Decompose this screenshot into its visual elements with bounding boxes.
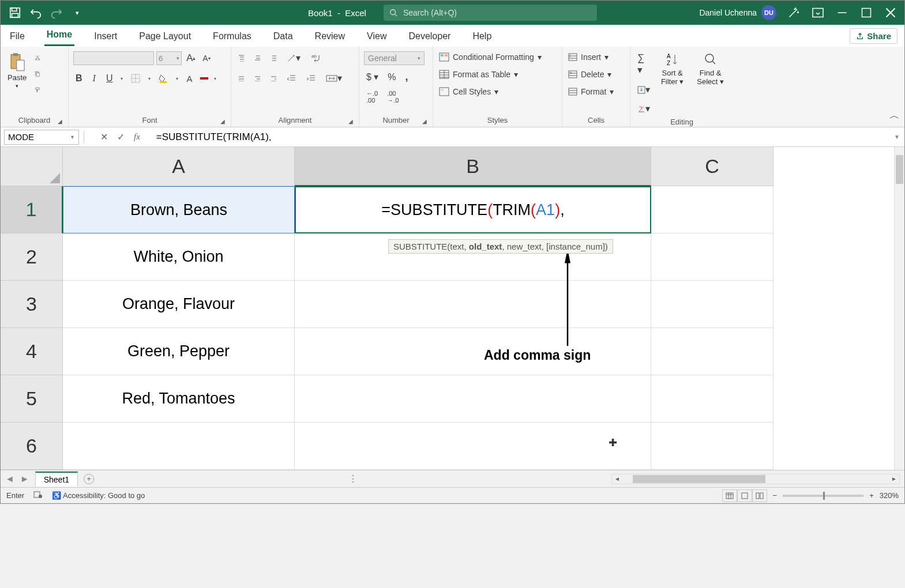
cell-B6[interactable] bbox=[295, 423, 651, 470]
align-center-icon[interactable] bbox=[252, 74, 262, 82]
cell-B3[interactable] bbox=[295, 281, 651, 328]
page-break-view-icon[interactable] bbox=[752, 489, 767, 502]
cell-A1[interactable]: Brown, Beans bbox=[63, 186, 295, 233]
normal-view-icon[interactable] bbox=[722, 489, 737, 502]
bold-icon[interactable]: B bbox=[73, 72, 85, 85]
cell-B4[interactable] bbox=[295, 328, 651, 375]
share-button[interactable]: Share bbox=[850, 28, 898, 44]
row-header-4[interactable]: 4 bbox=[1, 328, 63, 375]
select-all-corner[interactable] bbox=[1, 147, 63, 186]
zoom-slider[interactable] bbox=[783, 495, 863, 497]
horizontal-scrollbar[interactable]: ◄► bbox=[611, 474, 900, 484]
number-launcher[interactable]: ◢ bbox=[422, 118, 427, 125]
wrap-text-icon[interactable]: ab bbox=[309, 52, 325, 65]
user-account[interactable]: Daniel Uchenna DU bbox=[699, 5, 776, 20]
tab-data[interactable]: Data bbox=[271, 27, 295, 46]
decrease-font-icon[interactable]: A▾ bbox=[200, 52, 212, 64]
close-icon[interactable] bbox=[884, 6, 898, 20]
tab-view[interactable]: View bbox=[365, 27, 389, 46]
minimize-icon[interactable] bbox=[835, 6, 849, 20]
tab-developer[interactable]: Developer bbox=[406, 27, 453, 46]
cell-C3[interactable] bbox=[651, 281, 773, 328]
italic-icon[interactable]: I bbox=[91, 72, 98, 85]
tab-formulas[interactable]: Formulas bbox=[211, 27, 254, 46]
cell-C6[interactable] bbox=[651, 423, 773, 470]
confirm-formula-icon[interactable]: ✓ bbox=[117, 131, 125, 142]
merge-icon[interactable]: ▾ bbox=[324, 71, 344, 85]
percent-icon[interactable]: % bbox=[385, 71, 398, 84]
macro-record-icon[interactable] bbox=[33, 491, 43, 500]
zoom-out-icon[interactable]: − bbox=[773, 491, 778, 500]
paste-button[interactable]: Paste ▾ bbox=[5, 51, 29, 90]
row-header-6[interactable]: 6 bbox=[1, 423, 63, 470]
collapse-ribbon-icon[interactable]: ︿ bbox=[885, 104, 904, 127]
clear-icon[interactable]: ▾ bbox=[635, 102, 652, 115]
align-middle-icon[interactable] bbox=[252, 54, 262, 63]
cell-C5[interactable] bbox=[651, 375, 773, 423]
fx-icon[interactable]: fx bbox=[134, 132, 140, 142]
row-header-1[interactable]: 1 bbox=[1, 186, 63, 233]
col-header-B[interactable]: B bbox=[295, 147, 651, 186]
cut-icon[interactable] bbox=[32, 52, 43, 63]
maximize-icon[interactable] bbox=[859, 6, 873, 20]
redo-icon[interactable] bbox=[50, 6, 63, 19]
insert-cells-button[interactable]: Insert ▾ bbox=[567, 51, 615, 63]
alignment-launcher[interactable]: ◢ bbox=[348, 118, 353, 125]
align-left-icon[interactable] bbox=[236, 74, 246, 82]
conditional-formatting-button[interactable]: Conditional Formatting ▾ bbox=[438, 51, 543, 63]
cell-A2[interactable]: White, Onion bbox=[63, 233, 295, 281]
page-layout-view-icon[interactable] bbox=[737, 489, 752, 502]
magic-icon[interactable] bbox=[787, 6, 801, 20]
cell-styles-button[interactable]: Cell Styles ▾ bbox=[438, 86, 543, 97]
formula-input[interactable]: =SUBSTITUTE(TRIM(A1), bbox=[152, 131, 889, 143]
fill-icon[interactable]: ▾ bbox=[635, 83, 652, 96]
font-color-icon[interactable]: A bbox=[184, 73, 194, 85]
tab-page-layout[interactable]: Page Layout bbox=[137, 27, 193, 46]
tab-review[interactable]: Review bbox=[313, 27, 347, 46]
currency-icon[interactable]: $ ▾ bbox=[364, 70, 381, 84]
font-launcher[interactable]: ◢ bbox=[220, 118, 225, 125]
number-format-select[interactable]: General▾ bbox=[364, 51, 425, 65]
sheet-nav-prev-icon[interactable]: ◄ bbox=[5, 474, 14, 484]
row-header-5[interactable]: 5 bbox=[1, 375, 63, 423]
font-size-select[interactable]: 6▾ bbox=[156, 51, 182, 65]
cell-A6[interactable] bbox=[63, 423, 295, 470]
cell-grid[interactable]: ABC 123456 Brown, BeansWhite, OnionOrang… bbox=[1, 147, 904, 470]
align-right-icon[interactable] bbox=[268, 74, 279, 82]
cell-C4[interactable] bbox=[651, 328, 773, 375]
comma-icon[interactable]: , bbox=[403, 70, 411, 84]
tab-home[interactable]: Home bbox=[44, 25, 74, 46]
expand-formula-bar-icon[interactable]: ▼ bbox=[889, 134, 904, 140]
orientation-icon[interactable]: ▾ bbox=[284, 51, 303, 65]
increase-indent-icon[interactable] bbox=[304, 73, 318, 84]
fill-color-icon[interactable] bbox=[156, 73, 170, 84]
underline-icon[interactable]: U bbox=[104, 72, 115, 85]
align-bottom-icon[interactable] bbox=[268, 54, 279, 63]
cell-A4[interactable]: Green, Pepper bbox=[63, 328, 295, 375]
increase-decimal-icon[interactable]: ←.0.00 bbox=[364, 89, 380, 105]
col-header-C[interactable]: C bbox=[651, 147, 773, 186]
qat-more-icon[interactable]: ▾ bbox=[71, 6, 84, 19]
save-icon[interactable] bbox=[9, 6, 21, 19]
cell-C1[interactable] bbox=[651, 186, 773, 233]
row-header-3[interactable]: 3 bbox=[1, 281, 63, 328]
cancel-formula-icon[interactable]: ✕ bbox=[100, 131, 108, 142]
sheet-nav-next-icon[interactable]: ► bbox=[20, 474, 29, 484]
clipboard-launcher[interactable]: ◢ bbox=[58, 118, 62, 125]
add-sheet-icon[interactable]: + bbox=[84, 474, 94, 484]
cell-B5[interactable] bbox=[295, 375, 651, 423]
increase-font-icon[interactable]: A▴ bbox=[184, 51, 198, 65]
tab-help[interactable]: Help bbox=[470, 27, 494, 46]
sheet-tab[interactable]: Sheet1 bbox=[35, 472, 78, 487]
ribbon-mode-icon[interactable] bbox=[811, 6, 825, 20]
tab-file[interactable]: File bbox=[7, 27, 27, 46]
vertical-scrollbar[interactable] bbox=[894, 147, 904, 470]
col-header-A[interactable]: A bbox=[63, 147, 295, 186]
accessibility-status[interactable]: ♿ Accessibility: Good to go bbox=[52, 491, 145, 500]
font-family-select[interactable] bbox=[73, 51, 154, 65]
copy-icon[interactable] bbox=[32, 69, 43, 79]
format-painter-icon[interactable] bbox=[32, 85, 43, 95]
align-top-icon[interactable] bbox=[236, 54, 246, 63]
decrease-indent-icon[interactable] bbox=[284, 73, 298, 84]
sort-filter-button[interactable]: AZ Sort & Filter ▾ bbox=[656, 51, 689, 87]
